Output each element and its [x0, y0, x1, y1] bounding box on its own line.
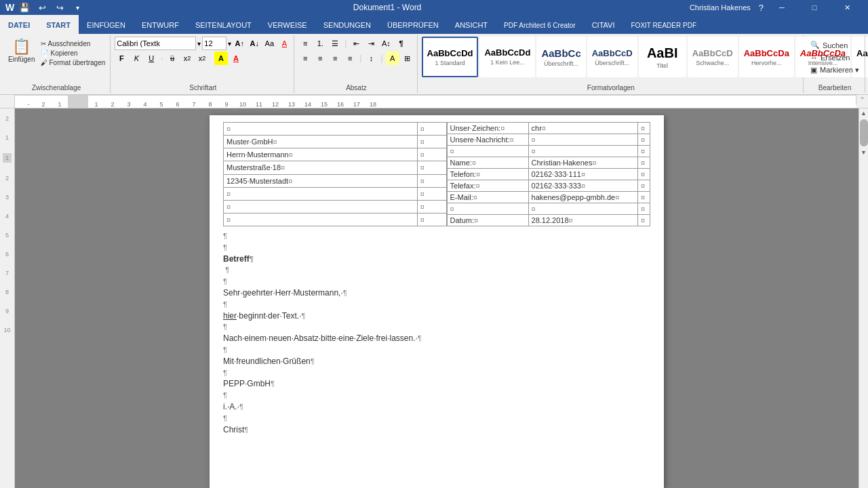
superscript-button[interactable]: x2: [195, 52, 209, 65]
strikethrough-button[interactable]: ü: [165, 52, 179, 65]
redo-button[interactable]: ↪: [52, 0, 67, 15]
doc-greeting-line[interactable]: Sehr·geehrter·Herr·Mustermann,·¶: [223, 287, 650, 299]
tab-ueberpruefen[interactable]: ÜBERPRÜFEN: [379, 15, 447, 34]
help-icon[interactable]: ?: [759, 3, 764, 13]
table-row: E-Mail:¤ hakenes@pepp-gmbh.de¤ ¤: [447, 192, 650, 203]
paste-button[interactable]: 📋 Einfügen: [5, 37, 37, 64]
underline-button[interactable]: U: [144, 52, 158, 65]
doc-paragraph-mark-10: ¶: [223, 413, 650, 424]
scroll-thumb[interactable]: [860, 119, 868, 146]
font-size-dropdown-icon[interactable]: ▾: [228, 40, 231, 47]
style-schwache[interactable]: AaBbCcD Schwache...: [688, 37, 738, 77]
tab-verweise[interactable]: VERWEISE: [260, 15, 315, 34]
doc-ia-line[interactable]: i.·A.·¶: [223, 401, 650, 413]
tab-pdf-architect[interactable]: PDF Architect 6 Creator: [496, 15, 584, 34]
doc-paragraph-mark-1: ¶: [223, 230, 650, 242]
markieren-button[interactable]: ▣ Markieren ▾: [808, 64, 862, 76]
window-controls: ─ □ ✕: [766, 0, 863, 15]
increase-indent-button[interactable]: ⇥: [364, 37, 378, 50]
borders-button[interactable]: ⊞: [401, 52, 414, 65]
doc-body-line-2[interactable]: Nach·einem·neuen·Absatz·bitte·eine·Ziele…: [223, 333, 650, 344]
font-name-input[interactable]: [115, 37, 196, 50]
maximize-button[interactable]: □: [799, 0, 830, 15]
doc-closing-line[interactable]: Mit·freundlichen·Grüßen¶: [223, 356, 650, 367]
tab-citavi[interactable]: CITAVI: [584, 15, 623, 34]
document-page[interactable]: ¤ ¤ Muster·GmbH¤ ¤ Herrn·Mustermann¤ ¤ M…: [210, 115, 664, 488]
tab-start[interactable]: START: [38, 15, 79, 34]
doc-betreff-line[interactable]: Betreff¶: [223, 253, 650, 265]
tab-entwurf[interactable]: ENTWURF: [134, 15, 187, 34]
italic-button[interactable]: K: [130, 52, 143, 65]
tab-seitenlayout[interactable]: SEITENLAYOUT: [187, 15, 260, 34]
sort-button[interactable]: A↕: [379, 37, 393, 50]
edit-group: 🔍 Suchen ↔ Ersetzen ▣ Markieren ▾ Bearbe…: [805, 35, 865, 93]
scroll-down-button[interactable]: ▼: [859, 148, 869, 157]
numbering-button[interactable]: 1.: [313, 37, 327, 50]
justify-button[interactable]: ≡: [343, 52, 357, 65]
tab-foxit[interactable]: FOXIT READER PDF: [623, 15, 705, 34]
style-kein[interactable]: AaBbCcDd 1 Kein Lee...: [479, 37, 535, 77]
bullets-button[interactable]: ≡: [298, 37, 312, 50]
scroll-up-button[interactable]: ▲: [859, 108, 869, 118]
tab-ansicht[interactable]: ANSICHT: [447, 15, 496, 34]
replace-icon: ↔: [810, 54, 818, 62]
table-row: ¤ ¤: [224, 213, 447, 226]
table-row: ¤ ¤ ¤: [447, 203, 650, 215]
style-ueberschrift1[interactable]: AaBbCc Überschrift...: [536, 37, 585, 77]
ruler-expand-button[interactable]: ⌃: [856, 95, 868, 104]
styles-group: AaBbCcDd 1 Standard AaBbCcDd 1 Kein Lee.…: [419, 35, 804, 93]
tab-datei[interactable]: DATEI: [0, 15, 38, 34]
shading-button[interactable]: A: [386, 52, 399, 65]
ruler-corner: [0, 95, 15, 108]
undo-button[interactable]: ↩: [35, 0, 50, 15]
doc-company-line[interactable]: PEPP·GmbH¶: [223, 378, 650, 390]
show-formatting-button[interactable]: ¶: [394, 37, 408, 50]
customize-quick-access-button[interactable]: ▾: [70, 0, 85, 15]
close-button[interactable]: ✕: [831, 0, 863, 15]
decrease-indent-button[interactable]: ⇤: [349, 37, 363, 50]
paragraph-group-content: ≡ 1. ☰ | ⇤ ⇥ A↕ ¶ ≡ ≡ ≡ ≡ |: [298, 37, 414, 83]
cut-button[interactable]: ✂ Ausschneiden: [39, 39, 107, 48]
suchen-button[interactable]: 🔍 Suchen: [808, 39, 862, 51]
subscript-button[interactable]: x2: [180, 52, 194, 65]
align-center-button[interactable]: ≡: [313, 52, 327, 65]
multilevel-button[interactable]: ☰: [328, 37, 342, 50]
doc-body-line-1[interactable]: hier·beginnt·der·Text.·¶: [223, 310, 650, 322]
doc-name-line[interactable]: Christ¶: [223, 424, 650, 436]
line-spacing-button[interactable]: ↕: [364, 52, 378, 65]
format-painter-button[interactable]: 🖌 Format übertragen: [39, 58, 107, 67]
style-standard[interactable]: AaBbCcDd 1 Standard: [422, 37, 479, 77]
text-highlight-button[interactable]: A: [214, 52, 228, 65]
font-clear-button[interactable]: A: [277, 37, 291, 50]
font-name-dropdown-icon[interactable]: ▾: [197, 40, 201, 47]
font-case-button[interactable]: Aa: [262, 37, 276, 50]
user-name: Christian Hakenes: [690, 3, 751, 12]
font-group-content: ▾ ▾ A↑ A↓ Aa A F K U · ü x2: [115, 37, 291, 83]
ruler-area: - 2 1 1 2 3 4 5 6 7 8 9 10 11 12 13 14 1…: [0, 95, 868, 108]
save-button[interactable]: 💾: [17, 0, 32, 15]
style-hervorhe[interactable]: AaBbCcDa Hervorhe...: [739, 37, 794, 77]
font-shrink-button[interactable]: A↓: [248, 37, 261, 50]
copy-button[interactable]: 📄 Kopieren: [39, 49, 107, 58]
address-table: ¤ ¤ Muster·GmbH¤ ¤ Herrn·Mustermann¤ ¤ M…: [223, 122, 447, 226]
tab-einfuegen[interactable]: EINFÜGEN: [79, 15, 134, 34]
minimize-button[interactable]: ─: [766, 0, 797, 15]
ersetzen-button[interactable]: ↔ Ersetzen: [808, 52, 862, 63]
word-logo-icon: W: [5, 2, 14, 13]
align-left-button[interactable]: ≡: [298, 52, 312, 65]
style-ueberschrift2[interactable]: AaBbCcD Überschrift...: [587, 37, 637, 77]
vertical-scrollbar[interactable]: ▲ ▼: [859, 108, 868, 488]
table-row: Unser·Zeichen:¤ chr¤ ¤: [447, 123, 650, 134]
tab-sendungen[interactable]: SENDUNGEN: [315, 15, 379, 34]
edit-label: Bearbeiten: [808, 83, 862, 92]
style-titel[interactable]: AaBI Titel: [639, 37, 686, 77]
bold-button[interactable]: F: [115, 52, 128, 65]
font-color-button[interactable]: A: [229, 52, 243, 65]
select-icon: ▣: [810, 66, 817, 75]
clipboard-group-content: 📋 Einfügen ✂ Ausschneiden 📄 Kopieren 🖌 F…: [5, 37, 107, 83]
table-row: Name:¤ Christian·Hakenes¤ ¤: [447, 157, 650, 169]
font-grow-button[interactable]: A↑: [233, 37, 246, 50]
align-right-button[interactable]: ≡: [328, 52, 342, 65]
doc-paragraph-mark-6: ¶: [223, 321, 650, 333]
font-size-input[interactable]: [202, 37, 226, 50]
